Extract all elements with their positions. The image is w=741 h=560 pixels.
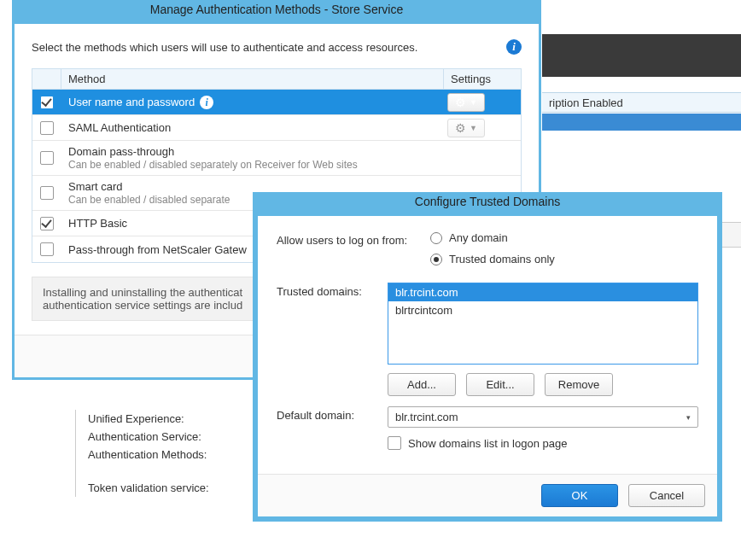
bg-selected-row	[542, 114, 741, 131]
trusted-domains-list[interactable]: blr.trcint.com blrtrcintcom	[388, 283, 698, 365]
col-settings: Settings	[444, 69, 521, 89]
radio-label: Any domain	[449, 231, 508, 244]
method-row-saml[interactable]: SAML Authentication ⚙ ▼	[32, 115, 521, 141]
settings-button[interactable]: ⚙ ▼	[447, 119, 485, 137]
method-checkbox[interactable]	[40, 217, 54, 230]
method-checkbox[interactable]	[40, 186, 54, 200]
bg-detail-labels: Unified Experience: Authentication Servi…	[75, 410, 254, 497]
info-icon[interactable]: i	[200, 96, 213, 109]
remove-button[interactable]: Remove	[545, 373, 613, 396]
col-method: Method	[61, 69, 444, 89]
show-domains-label: Show domains list in logon page	[408, 437, 567, 450]
info-icon[interactable]: i	[506, 39, 522, 55]
method-checkbox[interactable]	[40, 151, 54, 165]
method-title: SAML Authentication	[68, 121, 171, 134]
show-domains-checkbox[interactable]	[388, 436, 401, 450]
bg-toolbar	[542, 34, 741, 77]
allow-users-label: Allow users to log on from:	[277, 231, 430, 247]
ok-button[interactable]: OK	[541, 484, 618, 507]
configure-trusted-domains-dialog: Configure Trusted Domains Allow users to…	[253, 192, 722, 522]
radio-icon	[430, 254, 442, 265]
default-domain-select[interactable]: blr.trcint.com ▾	[388, 406, 698, 428]
method-row-domain-passthrough[interactable]: Domain pass-through Can be enabled / dis…	[32, 141, 521, 176]
method-row-username-password[interactable]: User name and password i ⚙ ▼	[32, 90, 521, 115]
label-unified-experience: Unified Experience:	[88, 410, 254, 428]
cancel-button[interactable]: Cancel	[628, 484, 705, 507]
methods-table-header: Method Settings	[32, 69, 521, 90]
method-checkbox[interactable]	[40, 96, 54, 109]
select-value: blr.trcint.com	[395, 411, 458, 423]
method-title: Domain pass-through	[68, 145, 174, 158]
bg-column-header: ription Enabled	[542, 92, 741, 113]
add-button[interactable]: Add...	[388, 373, 456, 396]
chevron-down-icon: ▼	[470, 124, 477, 132]
settings-button[interactable]: ⚙ ▼	[447, 93, 485, 112]
method-title: Smart card	[68, 180, 123, 193]
gear-icon: ⚙	[455, 122, 466, 134]
method-title: Pass-through from NetScaler Gatew	[68, 243, 247, 256]
trusted-domains-label: Trusted domains:	[277, 283, 388, 298]
radio-trusted-only[interactable]: Trusted domains only	[430, 253, 698, 265]
method-title: HTTP Basic	[68, 217, 127, 230]
default-domain-label: Default domain:	[277, 406, 388, 422]
edit-button[interactable]: Edit...	[466, 373, 534, 396]
method-checkbox[interactable]	[40, 242, 54, 256]
method-title: User name and password	[68, 96, 195, 108]
label-auth-service: Authentication Service:	[88, 428, 254, 446]
list-item[interactable]: blr.trcint.com	[388, 283, 697, 301]
chevron-down-icon: ▼	[470, 98, 477, 107]
radio-any-domain[interactable]: Any domain	[430, 231, 698, 244]
method-checkbox[interactable]	[40, 121, 54, 135]
label-token-validation: Token validation service:	[88, 479, 254, 497]
show-domains-checkbox-row[interactable]: Show domains list in logon page	[388, 436, 698, 450]
dialog-description: Select the methods which users will use …	[32, 41, 417, 54]
dialog-title: Configure Trusted Domains	[258, 195, 717, 208]
radio-icon	[430, 232, 442, 244]
dialog-title: Manage Authentication Methods - Store Se…	[15, 3, 539, 16]
chevron-down-icon: ▾	[686, 413, 691, 422]
label-auth-methods: Authentication Methods:	[88, 446, 254, 464]
dialog-footer: OK Cancel	[258, 474, 717, 516]
list-item[interactable]: blrtrcintcom	[388, 301, 697, 319]
radio-label: Trusted domains only	[449, 253, 555, 265]
method-subtitle: Can be enabled / disabled separately on …	[68, 159, 444, 171]
gear-icon: ⚙	[455, 96, 466, 108]
